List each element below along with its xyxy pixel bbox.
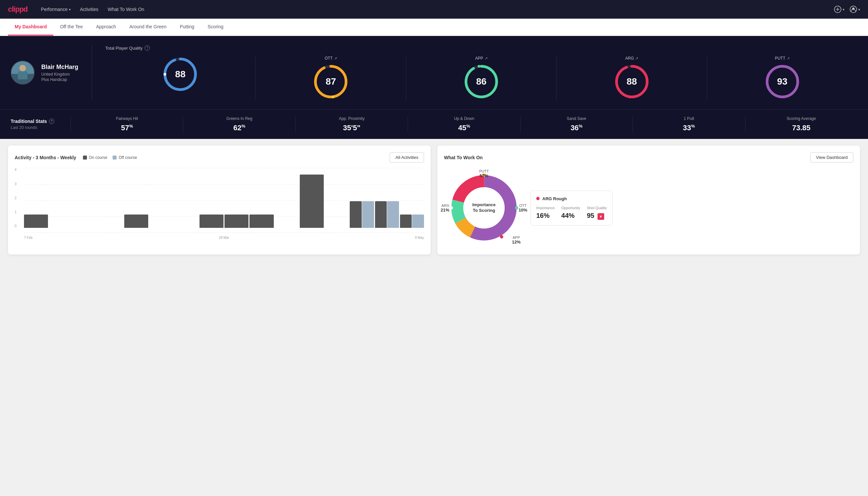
work-on-card: What To Work On View Dashboard PUTT 57% … [437,145,860,254]
putt-circle: 93 [764,63,801,100]
bar-group [250,215,273,228]
stat-greens-value: 62% [189,124,290,132]
tab-off-the-tee[interactable]: Off the Tee [53,19,89,36]
arg-dot [500,235,503,238]
quality-arg: ARG ↗ 88 [556,56,707,100]
putt-donut-label: ARG 21% [441,203,449,213]
bar-group [350,201,374,228]
legend-on-course: On course [83,155,107,160]
detail-metrics: Importance 16% Opportunity 44% Shot Qual… [536,206,607,220]
tab-approach[interactable]: Approach [89,19,123,36]
stat-up-down-value: 45% [413,124,515,132]
putt-label: PUTT ↗ [775,56,789,61]
bar[interactable] [224,215,249,228]
arg-label: ARG ↗ [625,56,638,61]
player-section: Blair McHarg United Kingdom Plus Handica… [11,45,857,100]
app-circle: 86 [463,63,500,100]
nav-performance[interactable]: Performance ▾ [41,7,70,12]
off-course-dot [113,156,116,159]
detail-card: ARG Rough Importance 16% Opportunity 44% [531,190,613,226]
nav-links: Performance ▾ Activities What To Work On [41,7,144,12]
tabs-bar: My Dashboard Off the Tee Approach Around… [0,19,868,36]
bar-group [224,215,249,228]
tab-my-dashboard[interactable]: My Dashboard [8,19,53,36]
user-menu-button[interactable]: ▾ [850,6,860,13]
quality-title: Total Player Quality ? [105,45,857,51]
bar[interactable] [412,215,424,228]
detail-red-dot [536,197,540,200]
shot-quality-value: 95 ▼ [587,212,607,220]
nav-activities[interactable]: Activities [80,7,98,12]
bar-group [400,215,424,228]
app-dot [515,206,518,210]
work-title: What To Work On [444,155,483,160]
bar[interactable] [400,215,412,228]
bar-chart-area: 4 3 2 1 0 [15,168,424,234]
main-circle: 88 [162,56,199,93]
detail-opportunity: Opportunity 44% [561,206,580,220]
trad-stats-info-icon[interactable]: ? [49,119,54,124]
arg-value: 88 [627,76,637,87]
chart-legend: On course Off course [83,155,137,160]
y-label-4: 4 [15,168,17,172]
detail-importance: Importance 16% [536,206,555,220]
stat-fairways-value: 57% [76,124,177,132]
detail-card-title: ARG Rough [536,196,607,201]
player-name: Blair McHarg [41,64,78,71]
view-dashboard-button[interactable]: View Dashboard [810,152,853,162]
app-label: APP ↗ [475,56,488,61]
bar[interactable] [375,201,387,228]
chart-title: Activity - 3 Months - Weekly [15,155,76,160]
detail-shot-quality: Shot Quality 95 ▼ [587,206,607,220]
tab-putting[interactable]: Putting [173,19,201,36]
bar[interactable] [350,201,362,228]
quality-main: 88 [105,56,256,100]
stat-app-proximity: App. Proximity 35'5" [296,116,408,132]
arg-arrow: ↗ [635,56,638,61]
bar-group [200,215,223,228]
legend-off-course: Off course [113,155,137,160]
ott-circle: 87 [312,63,349,100]
bar[interactable] [250,215,273,228]
x-label-may: 9 May [291,236,424,239]
trad-stats-subtitle: Last 20 rounds [11,125,70,130]
nav-what-to-work-on[interactable]: What To Work On [108,7,144,12]
app-value: 86 [476,76,486,87]
player-country: United Kingdom [41,72,78,77]
y-label-3: 3 [15,182,17,186]
bar[interactable] [387,201,399,228]
traditional-stats: Traditional Stats ? Last 20 rounds Fairw… [0,109,868,139]
player-text: Blair McHarg United Kingdom Plus Handica… [41,64,78,82]
quality-circles: 88 OTT ↗ 87 [105,56,857,100]
bar[interactable] [300,174,324,228]
player-handicap: Plus Handicap [41,77,78,82]
y-label-0: 0 [15,224,17,228]
bar[interactable] [24,215,48,228]
all-activities-button[interactable]: All Activities [390,152,424,162]
bottom-section: Activity - 3 Months - Weekly On course O… [0,139,868,261]
donut-center-label: ImportanceTo Scoring [472,202,495,214]
bar[interactable] [124,215,148,228]
tab-scoring[interactable]: Scoring [201,19,230,36]
add-button[interactable]: ▾ [834,6,845,13]
bar[interactable] [362,201,374,228]
bar-chart: 4 3 2 1 0 7 Feb 28 Mar 9 May [15,168,424,239]
svg-rect-8 [18,71,27,79]
player-info: Blair McHarg United Kingdom Plus Handica… [11,61,78,84]
y-axis: 4 3 2 1 0 [15,168,17,228]
bar[interactable] [200,215,223,228]
stat-fairways-hit: Fairways Hit 57% [70,116,183,132]
stat-scoring-average: Scoring Average 73.85 [745,116,857,132]
stat-scoring-value: 73.85 [751,124,852,132]
shot-quality-badge: ▼ [598,213,604,220]
ott-value: 87 [326,76,336,87]
stat-1putt-value: 33% [638,124,739,132]
chart-card-header: Activity - 3 Months - Weekly On course O… [15,152,424,162]
putt-arrow: ↗ [787,56,790,61]
putt-value: 93 [777,76,787,87]
quality-info-icon[interactable]: ? [145,45,150,51]
stat-greens-in-reg: Greens In Reg 62% [183,116,295,132]
stat-app-prox-value: 35'5" [301,124,403,132]
tab-around-the-green[interactable]: Around the Green [123,19,173,36]
activity-chart-card: Activity - 3 Months - Weekly On course O… [8,145,431,254]
